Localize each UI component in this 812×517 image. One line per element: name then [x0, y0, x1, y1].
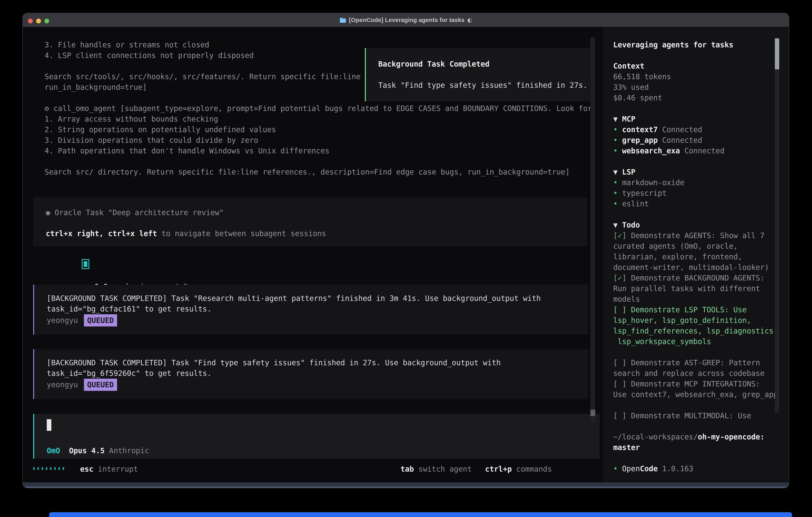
todo-line: curated agents (OmO, oracle, — [613, 241, 738, 251]
chevron-down-icon: ▼ — [613, 168, 622, 176]
oracle-title-line: ◉ Oracle Task "Deep architecture review" — [46, 207, 224, 218]
main-scrollbar-thumb[interactable] — [590, 410, 595, 416]
path-dir: ~/local-workspaces/ — [613, 433, 698, 441]
message-meta-row: yeongyuQUEUED — [47, 314, 117, 326]
mcp-status: Connected — [658, 136, 702, 144]
oracle-title: Oracle Task "Deep architecture review" — [55, 208, 224, 217]
todo-line-active: lsp_find_references, lsp_diagnostics, — [613, 326, 778, 336]
mcp-section-header[interactable]: ▼ MCP — [613, 114, 635, 124]
oracle-task-card[interactable]: ◉ Oracle Task "Deep architecture review"… — [33, 197, 587, 246]
tool-call-line: ⚙ call_omo_agent [subagent_type=explore,… — [45, 103, 592, 114]
check-icon: ✓ — [617, 274, 622, 282]
message-line: task_id="bg_6f59260c" to get results. — [47, 368, 211, 379]
statusbar-left: esc interrupt — [80, 464, 138, 474]
todo-line: Run parallel tasks with different — [613, 283, 760, 294]
terminal-line: 3. File handles or streams not closed — [45, 39, 209, 50]
mcp-name: context7 — [622, 125, 658, 134]
record-icon: ◉ — [46, 208, 55, 217]
terminal-line: 3. Division operations that could divide… — [45, 135, 258, 145]
git-branch: master — [613, 442, 640, 453]
mcp-status: Connected — [680, 146, 724, 155]
lsp-item: • eslint — [613, 198, 649, 209]
todo-text: Demonstrate BACKGROUND AGENTS: — [631, 274, 764, 282]
lsp-item: • typescript — [613, 188, 667, 198]
bullet-icon: • — [613, 178, 622, 187]
text-cursor — [47, 419, 51, 431]
message-card: [BACKGROUND TASK COMPLETED] Task "Resear… — [33, 285, 588, 335]
mcp-heading: MCP — [622, 115, 636, 124]
todo-item-done: [✓] Demonstrate BACKGROUND AGENTS: — [613, 273, 764, 283]
author-label: yeongyu — [47, 380, 78, 389]
todo-item-done: [✓] Demonstrate AGENTS: Show all 7 — [613, 230, 764, 241]
app-version: 1.0.163 — [658, 464, 693, 473]
mcp-status: Connected — [658, 125, 702, 134]
opencode-window: [OpenCode] Leveraging agents for tasks ◐… — [22, 13, 789, 488]
activity-spinner-dots — [33, 467, 64, 470]
todo-heading: Todo — [622, 221, 640, 229]
author-label: yeongyu — [47, 316, 78, 325]
folder-icon — [340, 17, 346, 23]
background-window-strip — [49, 512, 792, 517]
statusbar-right: tab switch agent ctrl+p commands — [401, 464, 552, 474]
message-card: [BACKGROUND TASK COMPLETED] Task "Find t… — [33, 349, 588, 399]
todo-section-header[interactable]: ▼ Todo — [613, 220, 640, 230]
titlebar: [OpenCode] Leveraging agents for tasks ◐ — [23, 13, 789, 27]
sidebar-scrollbar[interactable] — [775, 37, 779, 413]
path-repo: oh-my-opencode: — [698, 433, 764, 441]
moon-icon: ◐ — [467, 17, 472, 23]
terminal-line: 2. String operations on potentially unde… — [45, 124, 276, 135]
input-model-name[interactable]: Opus 4.5 — [60, 446, 105, 455]
window-title-row: [OpenCode] Leveraging agents for tasks ◐ — [23, 13, 789, 27]
context-spent: $0.46 spent — [613, 92, 662, 103]
bullet-icon: • — [613, 189, 622, 197]
lsp-name: eslint — [622, 199, 649, 208]
context-used: 33% used — [613, 82, 649, 92]
input-provider-name: Anthropic — [105, 446, 149, 455]
sidebar-scrollbar-thumb[interactable] — [775, 38, 779, 70]
todo-line: Use context7, websearch_exa, grep_app — [613, 389, 778, 400]
bullet-icon: • — [613, 125, 622, 134]
prompt-input[interactable]: OmO Opus 4.5 Anthropic — [33, 414, 600, 459]
todo-item-pending: [ ] Demonstrate MULTIMODAL: Use — [613, 410, 751, 421]
gear-icon: ⚙ — [45, 104, 54, 113]
tab-key-label: switch agent — [414, 465, 472, 473]
background-task-toast: Background Task Completed Task "Find typ… — [365, 48, 595, 101]
mcp-name: grep_app — [622, 136, 658, 144]
toast-title: Background Task Completed — [378, 59, 490, 70]
todo-line: librarian, explore, frontend, — [613, 251, 742, 262]
input-agent-row: OmO Opus 4.5 Anthropic — [47, 445, 149, 456]
mcp-item: • grep_app Connected — [613, 135, 702, 145]
todo-line: search and replace across codebase — [613, 368, 764, 379]
omo-agent-icon — [82, 259, 89, 269]
terminal-line: 4. Path operations that don't handle Win… — [45, 145, 329, 156]
lsp-section-header[interactable]: ▼ LSP — [613, 167, 635, 177]
screenshot-root: [OpenCode] Leveraging agents for tasks ◐… — [0, 0, 812, 517]
todo-item-active: [ ] Demonstrate LSP TOOLS: Use — [613, 304, 747, 315]
todo-item-pending: [ ] Demonstrate MCP INTEGRATIONS: — [613, 379, 760, 389]
oracle-hint-keys: ctrl+x right, ctrl+x left — [46, 229, 157, 238]
message-meta-row: yeongyuQUEUED — [47, 379, 117, 391]
message-line: [BACKGROUND TASK COMPLETED] Task "Resear… — [47, 293, 541, 304]
todo-line: models — [613, 294, 640, 304]
session-title: Leveraging agents for tasks — [613, 39, 733, 50]
sidebar: Leveraging agents for tasks Context 66,5… — [603, 27, 789, 483]
terminal-line: Search src/tools/, src/hooks/, src/featu… — [45, 71, 360, 82]
esc-key-label: interrupt — [93, 465, 138, 473]
bracket: [ — [613, 274, 617, 282]
oracle-hint-line: ctrl+x right, ctrl+x left to navigate be… — [46, 228, 326, 239]
ctrlp-key-hint: ctrl+p — [485, 465, 512, 473]
todo-line-active: lsp_hover, lsp_goto_definition, — [613, 315, 751, 326]
main-scrollbar[interactable] — [590, 37, 595, 423]
bracket: ] — [622, 231, 631, 240]
window-title: [OpenCode] Leveraging agents for tasks — [349, 17, 465, 23]
lsp-heading: LSP — [622, 168, 636, 176]
bracket: ] — [622, 274, 631, 282]
input-agent-name[interactable]: OmO — [47, 446, 60, 455]
app-name: Open — [622, 464, 640, 473]
chevron-down-icon: ▼ — [613, 221, 622, 229]
lsp-name: typescript — [622, 189, 667, 197]
todo-line-active: lsp_workspace_symbols — [613, 336, 711, 347]
todo-line: document-writer, multimodal-looker) — [613, 262, 769, 273]
todo-item-pending: [ ] Demonstrate AST-GREP: Pattern — [613, 357, 760, 368]
terminal-line: 1. Array access without bounds checking — [45, 114, 218, 124]
